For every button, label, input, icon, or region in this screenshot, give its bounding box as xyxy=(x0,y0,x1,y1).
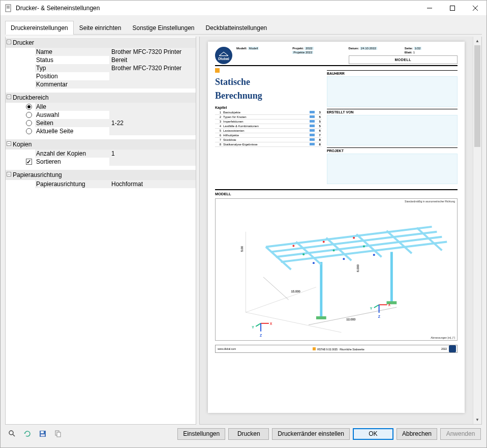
scroll-down-icon[interactable]: ▼ xyxy=(473,415,481,424)
row-printer-comment: Kommentar xyxy=(6,80,196,88)
scroll-thumb[interactable] xyxy=(474,45,480,147)
page-columns: Statische Berechnung Kapitel 1Basisobjek… xyxy=(215,68,458,184)
preview-scrollbar[interactable]: ▲ ▼ xyxy=(473,37,481,424)
bauherr-box xyxy=(327,76,458,107)
erstellt-box xyxy=(327,115,458,145)
collapse-icon[interactable]: − xyxy=(7,141,11,146)
footer-logo-icon xyxy=(449,345,456,352)
print-button[interactable]: Drucken xyxy=(228,428,269,440)
radio-selection[interactable] xyxy=(26,112,32,118)
svg-rect-56 xyxy=(41,434,45,436)
row-range-pages: Seiten1-22 xyxy=(6,119,196,127)
svg-text:Y: Y xyxy=(370,307,373,310)
svg-text:X: X xyxy=(270,322,272,325)
group-copies[interactable]: − Kopien xyxy=(6,139,196,150)
tab-cover-settings[interactable]: Deckblatteinstellungen xyxy=(200,21,273,35)
group-print-range[interactable]: − Druckbereich xyxy=(6,93,196,103)
radio-current-page[interactable] xyxy=(26,128,32,134)
svg-line-10 xyxy=(246,287,316,312)
svg-point-29 xyxy=(333,249,335,251)
group-printer[interactable]: − Drucker xyxy=(6,38,196,48)
row-printer-name: NameBrother MFC-7320 Printer xyxy=(6,48,196,56)
toc-row: 1Basisobjekte3 xyxy=(215,110,322,115)
svg-text:X: X xyxy=(388,303,390,307)
doc-title-2: Berechnung xyxy=(215,91,322,101)
svg-line-36 xyxy=(263,277,288,300)
model-view-note: Standardmäßig in axonometrischer Richtun… xyxy=(405,200,455,203)
model-heading: MODELL xyxy=(215,189,458,196)
tab-page-setup[interactable]: Seite einrichten xyxy=(74,21,127,35)
svg-point-26 xyxy=(323,241,325,243)
tab-printer-settings[interactable]: Druckereinstellungen xyxy=(5,21,74,35)
page-header-grid: Modell: Modell Projekt: 2022 Datum: 24.1… xyxy=(236,47,458,64)
footer-year: 2022 xyxy=(439,346,449,351)
svg-line-22 xyxy=(356,234,381,257)
svg-point-28 xyxy=(302,253,305,255)
svg-point-32 xyxy=(343,258,345,260)
close-button[interactable] xyxy=(464,1,486,15)
client-area: Druckereinstellungen Seite einrichten So… xyxy=(1,16,486,447)
scroll-up-icon[interactable]: ▲ xyxy=(473,37,481,45)
apply-button[interactable]: Anwenden xyxy=(440,428,481,440)
toc-row: 8Statikanalyse-Ergebnisse8 xyxy=(215,142,322,146)
search-button[interactable] xyxy=(6,428,18,440)
save-button[interactable] xyxy=(37,428,49,440)
row-sort: Sortieren xyxy=(6,158,196,166)
toc-table: 1Basisobjekte32Typen für Knoten53Imperfe… xyxy=(215,110,322,147)
svg-point-30 xyxy=(363,246,365,248)
model-unit-note: Abmessungen [m], [°] xyxy=(431,336,455,339)
row-range-selection: Auswahl xyxy=(6,111,196,119)
ok-button[interactable]: OK xyxy=(353,428,393,440)
radio-pages[interactable] xyxy=(26,120,32,126)
tab-other-settings[interactable]: Sonstige Einstellungen xyxy=(127,21,200,35)
main-split: − Drucker NameBrother MFC-7320 Printer S… xyxy=(5,37,482,425)
titlebar: Drucker- & Seiteneinstellungen xyxy=(1,1,486,16)
toc-row: 4Lastfälle & Kombinationen5 xyxy=(215,124,322,128)
cancel-button[interactable]: Abbrechen xyxy=(397,428,437,440)
page-header: Dlubal Modell: Modell Projekt: 2022 Datu… xyxy=(215,47,458,66)
preview-viewport[interactable]: Dlubal Modell: Modell Projekt: 2022 Datu… xyxy=(200,37,473,424)
checkbox-sort[interactable] xyxy=(26,159,32,165)
svg-point-33 xyxy=(373,254,375,256)
printer-name-value[interactable]: Brother MFC-7320 Printer xyxy=(109,48,196,56)
margins-button[interactable]: Druckerränder einstellen xyxy=(272,428,350,440)
dialog-footer: Einstellungen Drucken Druckerränder eins… xyxy=(5,425,482,443)
group-orientation[interactable]: − Papierausrichtung xyxy=(6,170,196,180)
pages-value[interactable]: 1-22 xyxy=(109,119,196,127)
refresh-button[interactable] xyxy=(21,428,34,440)
svg-line-48 xyxy=(374,305,379,308)
page-preview: Dlubal Modell: Modell Projekt: 2022 Datu… xyxy=(208,42,465,413)
accent-square-icon xyxy=(215,68,220,73)
dlubal-logo: Dlubal xyxy=(215,47,232,64)
toc-row: 2Typen für Knoten5 xyxy=(215,114,322,119)
collapse-icon[interactable]: − xyxy=(7,95,11,99)
svg-rect-55 xyxy=(41,431,44,433)
model-drawing: 12.000 15.000 5.00 6.000 X Y xyxy=(216,199,457,340)
radio-all[interactable] xyxy=(26,104,32,110)
svg-point-25 xyxy=(292,245,294,247)
toc-row: 3Imperfektionen5 xyxy=(215,119,322,124)
settings-button[interactable]: Einstellungen xyxy=(177,428,225,440)
footer-program: RSTAB 9.02.0035 · Räumliche Stabwerke xyxy=(238,346,439,352)
svg-text:Y: Y xyxy=(252,325,254,329)
section-bauherr: BAUHERR xyxy=(327,70,458,75)
copy-button[interactable] xyxy=(52,428,64,440)
orientation-value[interactable]: Hochformat xyxy=(109,180,196,188)
footer-url: www.dlubal.com xyxy=(216,346,238,351)
window-title: Drucker- & Seiteneinstellungen xyxy=(16,5,418,12)
row-orientation: PapierausrichtungHochformat xyxy=(6,180,196,188)
collapse-icon[interactable]: − xyxy=(7,40,11,44)
row-range-all: Alle xyxy=(6,103,196,111)
minimize-button[interactable] xyxy=(418,1,441,15)
maximize-button[interactable] xyxy=(441,1,464,15)
svg-point-31 xyxy=(313,262,315,264)
svg-text:Z: Z xyxy=(378,315,381,318)
svg-text:12.000: 12.000 xyxy=(346,318,356,321)
toc-row: 7Stückliste8 xyxy=(215,137,322,142)
collapse-icon[interactable]: − xyxy=(7,172,11,176)
group-print-range-label: Druckbereich xyxy=(13,94,49,101)
copy-count-value[interactable]: 1 xyxy=(109,150,196,158)
group-copies-label: Kopien xyxy=(13,141,32,148)
toc-title: Kapitel xyxy=(215,106,322,109)
dialog-window: Drucker- & Seiteneinstellungen Druckerei… xyxy=(0,0,487,448)
